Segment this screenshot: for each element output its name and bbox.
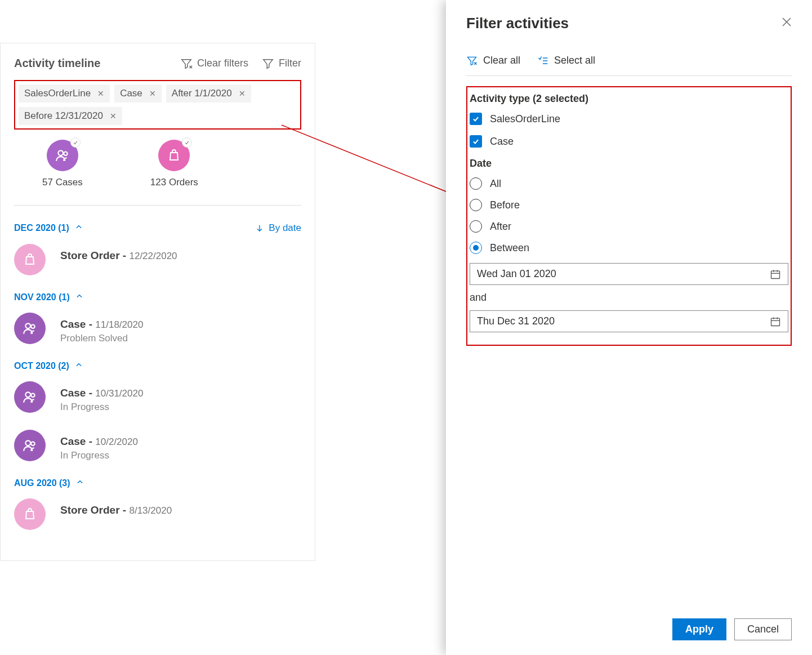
activity-content: Case - 11/18/2020Problem Solved (60, 313, 143, 344)
chevron-up-icon (75, 361, 83, 371)
cancel-button[interactable]: Cancel (734, 618, 792, 640)
filter-chip[interactable]: After 1/1/2020✕ (166, 84, 251, 103)
clear-filters-label: Clear filters (197, 57, 248, 69)
activity-date: 8/13/2020 (129, 505, 172, 516)
chip-label: Before 12/31/2020 (24, 110, 103, 122)
chip-label: After 1/1/2020 (172, 88, 232, 99)
chevron-up-icon (76, 478, 84, 488)
stat-card[interactable]: 57 Cases (42, 140, 83, 188)
apply-button[interactable]: Apply (672, 618, 726, 640)
svg-point-5 (25, 323, 30, 328)
select-all-button[interactable]: Select all (537, 55, 595, 66)
clear-filters-button[interactable]: Clear filters (180, 57, 248, 70)
stat-label: 123 Orders (150, 177, 198, 188)
group-toggle[interactable]: DEC 2020 (1) (14, 223, 83, 233)
activity-subtext: Problem Solved (60, 333, 143, 344)
checklist-icon (537, 55, 548, 66)
filter-body: Activity type (2 selected) SalesOrderLin… (466, 86, 792, 346)
activity-item[interactable]: Case - 10/31/2020In Progress (14, 381, 301, 413)
calendar-icon (770, 269, 781, 280)
activity-content: Store Order - 8/13/2020 (60, 498, 172, 516)
group-header: DEC 2020 (1)By date (14, 222, 301, 234)
activity-icon (14, 313, 46, 344)
activity-item[interactable]: Store Order - 8/13/2020 (14, 498, 301, 530)
clear-all-label: Clear all (483, 55, 520, 66)
date-option-radio[interactable]: Between (470, 242, 788, 254)
group-toggle[interactable]: AUG 2020 (3) (14, 478, 84, 488)
checkbox-label: Case (490, 136, 514, 148)
activity-title: Case - (60, 318, 95, 330)
activity-type-checkbox[interactable]: SalesOrderLine (470, 113, 788, 125)
filter-toolbar: Clear all Select all (466, 55, 792, 76)
activity-type-checkbox[interactable]: Case (470, 135, 788, 148)
group-label-text: DEC 2020 (1) (14, 223, 69, 233)
svg-point-7 (25, 392, 30, 397)
and-label: and (470, 292, 788, 304)
filter-title: Filter activities (466, 15, 569, 32)
activity-type-heading: Activity type (2 selected) (470, 93, 788, 105)
radio-icon (470, 199, 482, 211)
filter-chip[interactable]: SalesOrderLine✕ (19, 84, 110, 103)
funnel-icon (262, 57, 274, 70)
funnel-clear-icon (180, 57, 193, 70)
activity-item[interactable]: Case - 10/2/2020In Progress (14, 430, 301, 461)
chip-remove-icon[interactable]: ✕ (110, 112, 117, 121)
filter-label: Filter (279, 57, 301, 69)
group-label-text: AUG 2020 (3) (14, 478, 70, 488)
date-from-input[interactable]: Wed Jan 01 2020 (470, 263, 788, 285)
date-option-radio[interactable]: Before (470, 199, 788, 211)
stat-icon-circle (158, 140, 190, 171)
date-to-input[interactable]: Thu Dec 31 2020 (470, 310, 788, 332)
close-button[interactable] (782, 17, 792, 30)
filter-button[interactable]: Filter (262, 57, 301, 70)
checkbox-label: SalesOrderLine (490, 113, 560, 125)
activity-timeline-panel: Activity timeline Clear filters Filter S… (0, 43, 315, 561)
filter-chip[interactable]: Case✕ (114, 84, 162, 103)
svg-point-10 (31, 442, 34, 446)
funnel-clear-icon (466, 55, 478, 66)
svg-point-3 (64, 152, 68, 156)
activity-icon (14, 244, 46, 275)
close-icon (782, 17, 792, 27)
svg-rect-19 (771, 271, 780, 278)
group-toggle[interactable]: NOV 2020 (1) (14, 292, 83, 302)
date-heading: Date (470, 158, 788, 170)
stat-cards: 57 Cases123 Orders (14, 140, 301, 206)
activity-subtext: In Progress (60, 402, 143, 413)
date-option-radio[interactable]: All (470, 177, 788, 190)
activity-content: Store Order - 12/22/2020 (60, 244, 177, 262)
date-option-radio[interactable]: After (470, 220, 788, 233)
activity-content: Case - 10/31/2020In Progress (60, 381, 143, 413)
group-toggle[interactable]: OCT 2020 (2) (14, 361, 83, 371)
chevron-up-icon (75, 223, 83, 233)
filter-header: Filter activities (466, 15, 792, 32)
check-badge-icon (182, 137, 192, 148)
filter-chips-row: SalesOrderLine✕Case✕After 1/1/2020✕Befor… (14, 80, 301, 130)
chip-label: Case (120, 88, 142, 99)
sort-by-date-button[interactable]: By date (255, 222, 301, 234)
group-header: AUG 2020 (3) (14, 478, 301, 488)
stat-icon-circle (47, 140, 78, 171)
activity-title: Store Order - (60, 249, 129, 261)
chip-remove-icon[interactable]: ✕ (97, 89, 104, 98)
chip-remove-icon[interactable]: ✕ (149, 89, 156, 98)
activity-item[interactable]: Store Order - 12/22/2020 (14, 244, 301, 275)
activity-content: Case - 10/2/2020In Progress (60, 430, 138, 461)
select-all-label: Select all (554, 55, 595, 66)
chip-remove-icon[interactable]: ✕ (239, 89, 246, 98)
radio-label: All (490, 178, 501, 190)
stat-card[interactable]: 123 Orders (150, 140, 198, 188)
group-header: NOV 2020 (1) (14, 292, 301, 302)
checkbox-icon (470, 113, 482, 125)
radio-dot (473, 245, 479, 251)
radio-icon (470, 220, 482, 233)
clear-all-button[interactable]: Clear all (466, 55, 520, 66)
group-label-text: OCT 2020 (2) (14, 361, 69, 371)
filter-footer: Apply Cancel (466, 607, 792, 640)
radio-icon (470, 242, 482, 254)
filter-chip[interactable]: Before 12/31/2020✕ (19, 107, 122, 125)
activity-date: 10/31/2020 (95, 388, 143, 399)
timeline-header: Activity timeline Clear filters Filter (14, 57, 301, 70)
svg-rect-23 (771, 318, 780, 326)
activity-item[interactable]: Case - 11/18/2020Problem Solved (14, 313, 301, 344)
